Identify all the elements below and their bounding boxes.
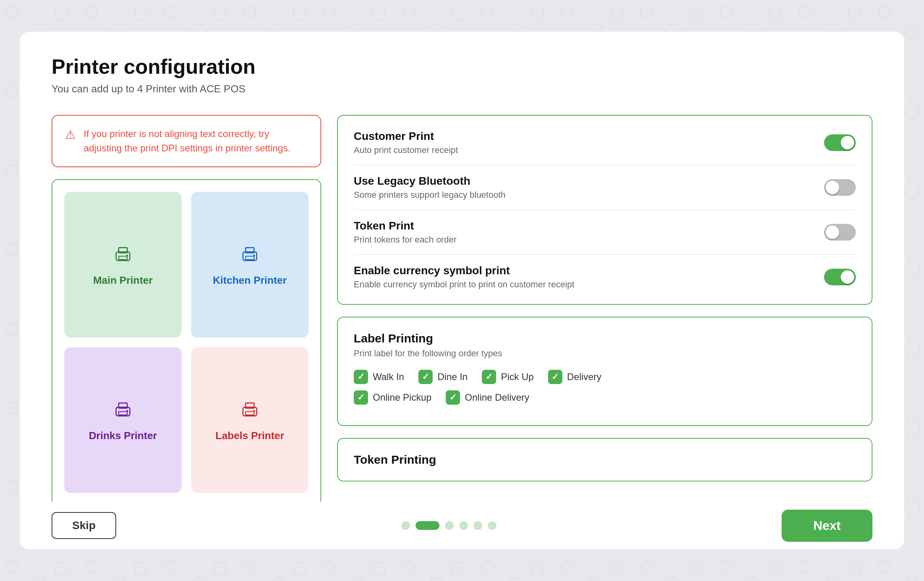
label-printing-desc: Print label for the following order type…: [354, 348, 856, 359]
svg-rect-6: [245, 256, 254, 260]
checkbox-row-1: ✓ Walk In ✓ Dine In ✓ Pick: [354, 370, 856, 384]
kitchen-printer-card[interactable]: Kitchen Printer: [191, 192, 309, 338]
labels-printer-card[interactable]: Labels Printer: [191, 347, 309, 493]
toggle-thumb-currency-symbol: [841, 270, 854, 284]
printer-icon-kitchen: [240, 243, 260, 268]
pagination-dots: [401, 521, 497, 530]
page-title: Printer configuration: [52, 55, 872, 78]
svg-rect-10: [119, 411, 127, 415]
checkbox-delivery[interactable]: ✓ Delivery: [548, 370, 602, 384]
checkbox-label-online-delivery: Online Delivery: [465, 392, 529, 403]
setting-row-token-print: Token Print Print tokens for each order: [354, 210, 856, 255]
page-subtitle: You can add up to 4 Printer with ACE POS: [52, 83, 872, 95]
dot-6: [488, 521, 497, 530]
skip-button[interactable]: Skip: [52, 512, 116, 539]
alert-message: If you printer is not aligning text corr…: [84, 127, 308, 155]
checkbox-label-walk-in: Walk In: [373, 371, 404, 382]
main-printer-label: Main Printer: [93, 274, 153, 287]
checkbox-label-online-pickup: Online Pickup: [373, 392, 431, 403]
drinks-printer-label: Drinks Printer: [89, 430, 157, 442]
setting-title-legacy-bluetooth: Use Legacy Bluetooth: [354, 175, 824, 187]
checkbox-box-pick-up: ✓: [482, 370, 496, 384]
setting-title-token-print: Token Print: [354, 220, 824, 232]
setting-desc-legacy-bluetooth: Some printers support legacy bluetooth: [354, 190, 824, 200]
warning-icon: ⚠: [65, 128, 76, 141]
svg-point-11: [127, 410, 128, 411]
alert-box: ⚠ If you printer is not aligning text co…: [52, 115, 321, 167]
dot-2-active: [416, 521, 439, 530]
setting-desc-token-print: Print tokens for each order: [354, 235, 824, 245]
checkbox-online-delivery[interactable]: ✓ Online Delivery: [446, 390, 529, 405]
printer-icon-main: [113, 243, 133, 268]
toggle-thumb-token-print: [826, 226, 839, 239]
setting-title-currency-symbol: Enable currency symbol print: [354, 264, 824, 277]
checkbox-dine-in[interactable]: ✓ Dine In: [418, 370, 468, 384]
dot-3: [445, 521, 454, 530]
drinks-printer-card[interactable]: Drinks Printer: [64, 347, 182, 493]
checkbox-box-online-delivery: ✓: [446, 390, 460, 405]
token-printing-title: Token Printing: [354, 453, 856, 466]
main-printer-card[interactable]: Main Printer: [64, 192, 182, 338]
toggle-token-print[interactable]: [824, 224, 856, 241]
toggle-customer-print[interactable]: [824, 134, 856, 151]
printer-icon-labels: [240, 399, 260, 423]
checkbox-label-pick-up: Pick Up: [501, 371, 534, 382]
main-card: Printer configuration You can add up to …: [20, 32, 904, 549]
dot-1: [401, 521, 410, 530]
settings-card: Customer Print Auto print customer recei…: [337, 115, 872, 305]
toggle-legacy-bluetooth[interactable]: [824, 179, 856, 196]
checkbox-walk-in[interactable]: ✓ Walk In: [354, 370, 404, 384]
right-panel: Customer Print Auto print customer recei…: [337, 115, 872, 506]
svg-rect-14: [245, 411, 254, 415]
content-layout: ⚠ If you printer is not aligning text co…: [52, 115, 872, 506]
setting-desc-customer-print: Auto print customer receipt: [354, 145, 824, 155]
bottom-bar: Skip Next: [20, 502, 904, 549]
checkbox-box-walk-in: ✓: [354, 370, 368, 384]
svg-point-3: [127, 254, 128, 256]
labels-printer-label: Labels Printer: [215, 430, 284, 442]
setting-row-customer-print: Customer Print Auto print customer recei…: [354, 130, 856, 165]
setting-row-legacy-bluetooth: Use Legacy Bluetooth Some printers suppo…: [354, 165, 856, 210]
checkbox-box-online-pickup: ✓: [354, 390, 368, 405]
checkbox-pick-up[interactable]: ✓ Pick Up: [482, 370, 534, 384]
checkbox-online-pickup[interactable]: ✓ Online Pickup: [354, 390, 431, 405]
toggle-thumb-legacy-bluetooth: [826, 181, 839, 194]
svg-point-15: [253, 410, 255, 411]
printer-grid: Main Printer Kitchen Printer: [52, 179, 321, 506]
label-printing-title: Label Printing: [354, 332, 856, 345]
checkbox-row-2: ✓ Online Pickup ✓ Online Delivery: [354, 390, 856, 405]
printer-icon-drinks: [113, 399, 133, 423]
setting-row-currency-symbol: Enable currency symbol print Enable curr…: [354, 255, 856, 290]
setting-title-customer-print: Customer Print: [354, 130, 824, 143]
svg-point-7: [253, 254, 255, 256]
dot-5: [474, 521, 482, 530]
dot-4: [459, 521, 468, 530]
checkbox-label-dine-in: Dine In: [437, 371, 468, 382]
left-panel: ⚠ If you printer is not aligning text co…: [52, 115, 321, 506]
token-printing-card: Token Printing: [337, 438, 872, 482]
kitchen-printer-label: Kitchen Printer: [213, 274, 287, 287]
toggle-currency-symbol[interactable]: [824, 269, 856, 285]
next-button[interactable]: Next: [782, 510, 872, 542]
setting-desc-currency-symbol: Enable currency symbol print to print on…: [354, 279, 824, 290]
checkbox-box-delivery: ✓: [548, 370, 562, 384]
toggle-thumb-customer-print: [841, 136, 854, 149]
label-printing-card: Label Printing Print label for the follo…: [337, 317, 872, 426]
svg-rect-2: [119, 256, 127, 260]
checkbox-label-delivery: Delivery: [567, 371, 602, 382]
checkbox-box-dine-in: ✓: [418, 370, 433, 384]
